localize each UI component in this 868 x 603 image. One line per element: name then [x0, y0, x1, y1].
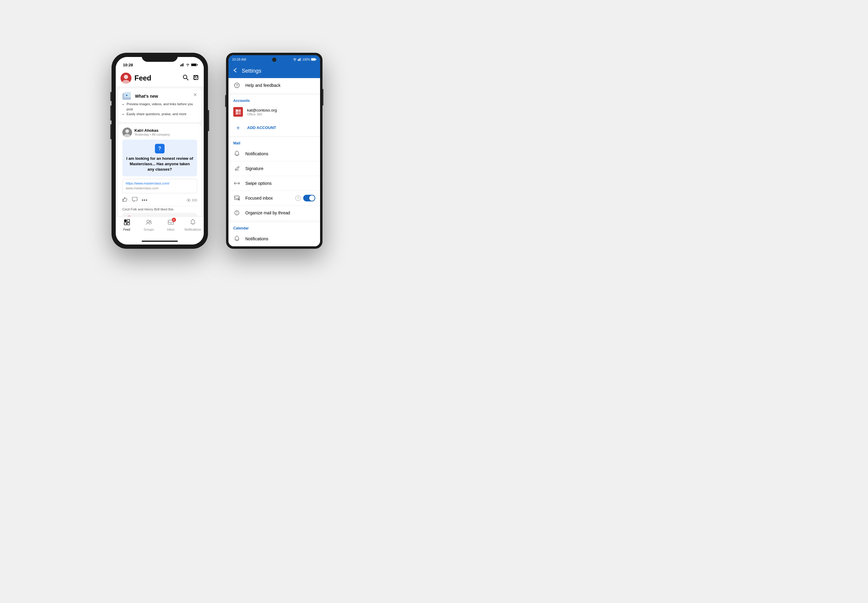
- svg-rect-44: [236, 112, 238, 114]
- mail-section-label: Mail: [229, 138, 320, 147]
- mail-focused-inbox-label: Focused inbox: [246, 196, 290, 201]
- whats-new-close-icon[interactable]: ✕: [193, 92, 197, 98]
- iphone-notch: [142, 53, 178, 62]
- iphone-app-header: Feed: [116, 70, 204, 87]
- mail-swipe-item[interactable]: Swipe options: [229, 176, 320, 191]
- svg-line-12: [187, 78, 188, 80]
- svg-point-54: [236, 213, 237, 214]
- mail-focused-inbox-icon: [233, 195, 241, 202]
- focused-inbox-toggle[interactable]: [303, 195, 315, 201]
- mail-notifications-item[interactable]: Notifications: [229, 147, 320, 161]
- groups-tab-label: Groups: [144, 228, 154, 231]
- iphone-volume-up-button[interactable]: [110, 105, 111, 121]
- svg-point-28: [147, 220, 149, 223]
- calendar-section-label: Calendar: [229, 223, 320, 232]
- svg-rect-38: [311, 59, 315, 60]
- mail-signature-label: Signature: [246, 166, 315, 171]
- iphone-mute-button[interactable]: [110, 92, 111, 101]
- android-status-icons: 100%: [293, 58, 317, 61]
- android-settings-content[interactable]: ? Help and feedback Accounts: [229, 78, 320, 246]
- svg-rect-39: [316, 59, 317, 60]
- mail-thread-icon: [233, 209, 241, 216]
- inbox-tab-icon: 2: [168, 219, 174, 227]
- svg-rect-7: [197, 64, 198, 65]
- whats-new-title: What's new: [135, 94, 158, 99]
- question-icon: ?: [155, 144, 165, 153]
- post-link-domain: www.masterclass.com: [126, 186, 159, 190]
- svg-point-16: [125, 129, 129, 133]
- header-right: [183, 74, 199, 82]
- svg-rect-1: [181, 64, 182, 66]
- svg-point-20: [188, 199, 189, 201]
- like-icon[interactable]: [122, 197, 128, 204]
- battery-icon: [191, 63, 198, 66]
- mail-focused-inbox-item[interactable]: Focused inbox ?: [229, 191, 320, 206]
- iphone-content-area[interactable]: ✦ What's new Preview images, videos, and…: [116, 87, 204, 216]
- iphone-status-icons: [180, 63, 199, 66]
- android-wifi-icon: [293, 58, 297, 61]
- home-bar: [142, 241, 178, 242]
- svg-rect-36: [301, 58, 301, 61]
- focused-inbox-help-icon[interactable]: ?: [295, 195, 301, 201]
- svg-rect-43: [238, 110, 241, 112]
- svg-rect-35: [300, 58, 300, 61]
- post-link-url: https://www.masterclass.com/: [126, 181, 194, 185]
- iphone-power-button[interactable]: [208, 110, 209, 131]
- tab-feed[interactable]: Feed: [116, 219, 138, 231]
- search-icon[interactable]: [183, 74, 188, 82]
- groups-tab-icon: [145, 219, 152, 227]
- svg-rect-3: [183, 63, 184, 66]
- tab-inbox[interactable]: 2 Inbox: [160, 219, 182, 231]
- inbox-badge: 2: [172, 218, 176, 222]
- android-back-icon[interactable]: [232, 67, 238, 74]
- post-author-meta: Yesterday • All company: [134, 133, 170, 136]
- feed-title: Feed: [134, 74, 151, 82]
- compose-icon[interactable]: [193, 74, 199, 82]
- account-info: kat@contoso.org Office 365: [247, 108, 276, 116]
- header-left: Feed: [120, 73, 151, 83]
- accounts-section-label: Accounts: [229, 96, 320, 104]
- svg-rect-42: [236, 110, 238, 112]
- home-indicator: [116, 238, 204, 244]
- focused-inbox-controls: ?: [295, 195, 315, 201]
- whats-new-header: ✦ What's new Preview images, videos, and…: [122, 92, 197, 117]
- comment-row: Kat Larsson 34m I have a membership!: [122, 213, 197, 216]
- add-account-label: ADD ACCOUNT: [247, 125, 276, 130]
- svg-point-11: [183, 75, 187, 79]
- mail-thread-item[interactable]: Organize mail by thread: [229, 206, 320, 220]
- cal-notifications-item[interactable]: Notifications: [229, 232, 320, 246]
- android-power-button[interactable]: [323, 89, 323, 105]
- post-actions: ••• 330: [122, 196, 197, 205]
- post-author-name: Katri Ahokas: [134, 128, 170, 133]
- post-question-box: ? I am looking for an honest review of M…: [122, 139, 197, 177]
- svg-rect-27: [127, 223, 130, 225]
- tab-groups[interactable]: Groups: [138, 219, 160, 231]
- more-icon[interactable]: •••: [142, 198, 148, 203]
- comment-icon[interactable]: [132, 197, 137, 204]
- inbox-tab-label: Inbox: [167, 228, 174, 231]
- settings-item-help[interactable]: ? Help and feedback: [229, 78, 320, 93]
- cal-notifications-icon: [233, 235, 241, 243]
- iphone-device: 10:28: [111, 53, 208, 249]
- whats-new-bullets: Preview images, videos, and links before…: [122, 102, 193, 117]
- user-avatar[interactable]: [120, 73, 131, 83]
- svg-rect-18: [132, 197, 137, 201]
- whats-new-card: ✦ What's new Preview images, videos, and…: [118, 88, 201, 122]
- add-account-item[interactable]: ＋ ADD ACCOUNT: [229, 120, 320, 135]
- mail-notifications-label: Notifications: [246, 152, 315, 156]
- mail-signature-item[interactable]: Signature: [229, 161, 320, 176]
- iphone-time: 10:28: [120, 63, 133, 67]
- divider-2: [229, 136, 320, 137]
- account-email: kat@contoso.org: [247, 108, 276, 113]
- post-author-avatar: [122, 128, 132, 137]
- post-question-text: I am looking for an honest review of Mas…: [126, 156, 193, 172]
- iphone-volume-down-button[interactable]: [110, 124, 111, 139]
- notifications-tab-label: Notifications: [184, 228, 201, 231]
- android-screen: 10:28 AM 100%: [229, 55, 320, 246]
- svg-point-29: [149, 220, 151, 222]
- post-link-box[interactable]: https://www.masterclass.com/ www.masterc…: [122, 179, 197, 193]
- account-item[interactable]: kat@contoso.org Office 365: [229, 104, 320, 120]
- post-views: 330: [187, 198, 197, 202]
- tab-notifications[interactable]: Notifications: [182, 219, 204, 231]
- android-volume-button[interactable]: [225, 95, 226, 107]
